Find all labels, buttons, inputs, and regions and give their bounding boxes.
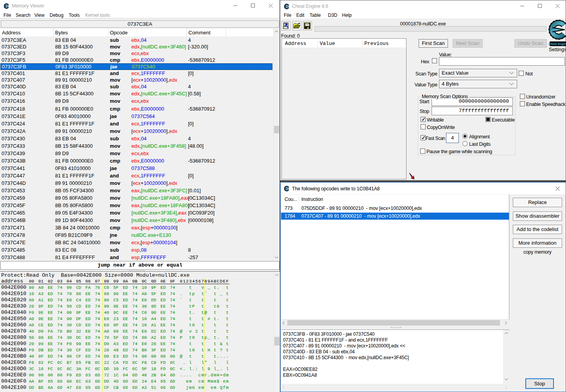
svg-text:Cheat Engine: Cheat Engine (548, 42, 566, 46)
svg-text:Settings: Settings (549, 47, 566, 52)
